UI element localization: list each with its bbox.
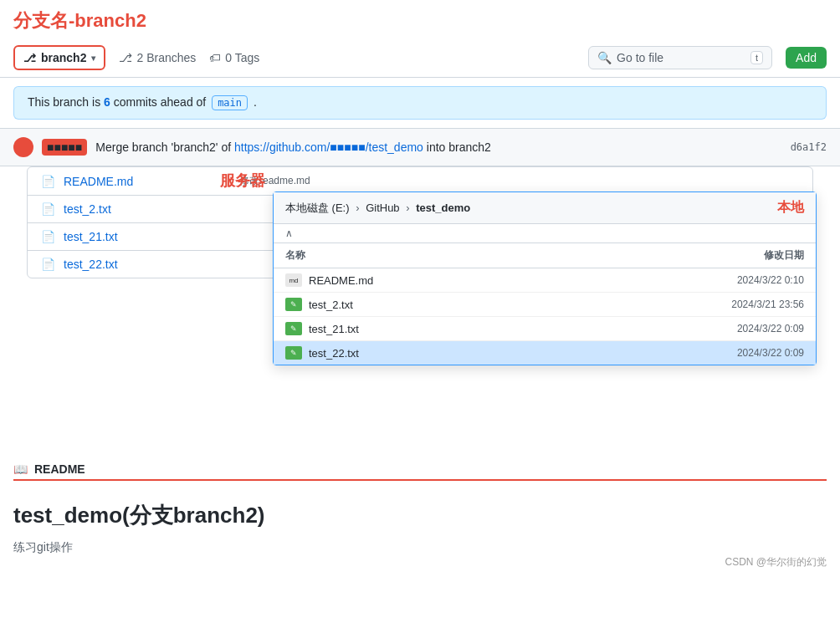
file-name-test22[interactable]: test_22.txt [64,258,231,271]
up-nav-icon[interactable]: ∧ [285,227,293,239]
server-annotation: 服务器 [220,171,265,191]
tags-count-item[interactable]: 🏷 0 Tags [209,51,259,64]
avatar [13,137,33,157]
readme-header-label: README [34,462,85,476]
page-title-annotation: 分支名-branch2 [0,0,840,38]
tags-count: 0 Tags [225,51,259,64]
banner-prefix: This branch is [28,95,100,109]
main-branch-link[interactable]: main [212,95,248,110]
branch-name-label: branch2 [41,51,86,64]
local-file-icon-md: md [285,273,302,287]
file-name-test2[interactable]: test_2.txt [64,202,231,216]
commit-hash: d6a1f2 [791,141,827,153]
local-file-icon-txt: ✎ [285,346,302,360]
readme-content: test_demo(分支branch2) 练习git操作 CSDN @华尔街的幻… [13,481,827,575]
col-name-header: 名称 [285,248,670,263]
local-file-name: test_2.txt [309,299,663,311]
commit-author: ■■■■■ [42,139,87,156]
latest-commit-row: ■■■■■ Merge branch 'branch2' of https://… [0,128,840,166]
readme-book-icon: 📖 [13,462,28,476]
local-file-icon-txt: ✎ [285,298,302,311]
local-explorer-header: 本地磁盘 (E:) › GitHub › test_demo 本地 [274,192,816,224]
file-icon: 📄 [41,202,55,216]
list-item[interactable]: ✎ test_21.txt 2024/3/22 0:09 [274,317,816,341]
tag-icon: 🏷 [209,51,221,64]
commit-repo-link[interactable]: https://github.com/■■■■■/test_demo [234,140,423,154]
breadcrumb-sep1: › [356,202,362,214]
local-file-date: 2024/3/22 0:09 [670,323,804,334]
local-file-name: README.md [309,274,663,287]
local-file-date: 2024/3/22 0:09 [670,347,804,359]
readme-description: 练习git操作 [13,540,827,555]
local-file-name: test_21.txt [309,323,663,335]
local-annotation: 本地 [777,199,804,217]
branches-icon: ⎇ [119,51,132,64]
toolbar-meta: ⎇ 2 Branches 🏷 0 Tags [119,51,259,64]
branch-selector[interactable]: ⎇ branch2 ▾ [13,45,105,70]
search-icon: 🔍 [597,51,612,64]
commits-ahead-banner: This branch is 6 commits ahead of main . [13,86,827,120]
branches-count-item[interactable]: ⎇ 2 Branches [119,51,196,64]
file-icon: 📄 [41,175,55,188]
local-file-name: test_22.txt [309,347,663,360]
breadcrumb-sep2: › [406,202,412,214]
local-file-date: 2024/3/22 0:10 [670,274,804,286]
file-list-container: 📄 README.md 服务器 修改readme.md 📄 test_2.txt… [13,166,827,278]
banner-suffix: . [254,95,257,109]
readme-title: test_demo(分支branch2) [13,501,827,530]
file-icon: 📄 [41,230,55,243]
breadcrumb-drive: 本地磁盘 (E:) [285,202,350,214]
local-file-icon-txt: ✎ [285,322,302,335]
local-file-explorer: 本地磁盘 (E:) › GitHub › test_demo 本地 ∧ 名称 修… [273,191,817,365]
branches-count: 2 Branches [136,51,196,64]
chevron-down-icon: ▾ [91,54,95,63]
col-date-header: 修改日期 [670,248,804,263]
file-icon: 📄 [41,258,55,271]
local-explorer-columns: 名称 修改日期 [274,243,816,268]
list-item[interactable]: md README.md 2024/3/22 0:10 [274,268,816,293]
list-item[interactable]: ✎ test_2.txt 2024/3/21 23:56 [274,293,816,317]
branch-icon: ⎇ [23,52,36,64]
local-explorer-nav[interactable]: ∧ [274,224,816,243]
readme-header: 📖 README [13,462,827,481]
local-file-date: 2024/3/21 23:56 [670,299,804,310]
breadcrumb-dir2: test_demo [416,202,470,214]
commit-message: Merge branch 'branch2' of https://github… [95,140,781,154]
file-name-readme[interactable]: README.md [64,175,231,188]
commit-message-prefix: Merge branch 'branch2' of [95,140,234,154]
add-button[interactable]: Add [786,47,827,69]
breadcrumb: 本地磁盘 (E:) › GitHub › test_demo [285,201,470,216]
search-placeholder-text: Go to file [617,51,663,64]
file-name-test21[interactable]: test_21.txt [64,230,231,243]
csdn-credit: CSDN @华尔街的幻觉 [725,555,827,569]
commits-count: 6 [104,95,110,109]
branch-toolbar: ⎇ branch2 ▾ ⎇ 2 Branches 🏷 0 Tags 🔍 Go t… [0,38,840,78]
breadcrumb-dir1: GitHub [366,202,399,214]
readme-section: 📖 README test_demo(分支branch2) 练习git操作 CS… [13,462,827,575]
banner-commits-text: commits ahead of [114,95,207,109]
search-key-badge: t [750,51,763,64]
file-commit-msg-readme: 修改readme.md [239,174,799,188]
search-box[interactable]: 🔍 Go to file t [588,46,772,69]
commit-message-suffix: into branch2 [423,140,491,154]
list-item[interactable]: ✎ test_22.txt 2024/3/22 0:09 [274,341,816,365]
